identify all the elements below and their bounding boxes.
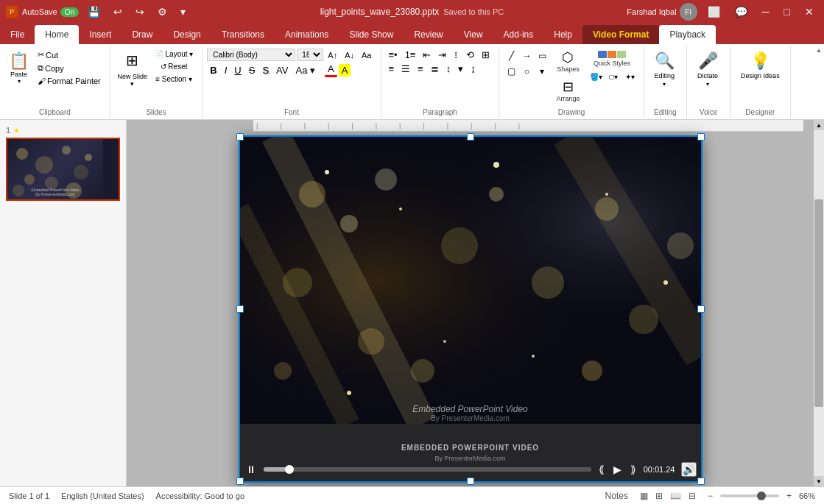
text-direction-button[interactable]: ⟲ bbox=[463, 49, 477, 61]
volume-button[interactable]: 🔊 bbox=[681, 462, 697, 477]
italic-button[interactable]: I bbox=[222, 64, 230, 77]
tab-file[interactable]: File bbox=[0, 25, 35, 44]
autosave-state[interactable]: On bbox=[60, 7, 79, 17]
redo-button[interactable]: ↪ bbox=[131, 4, 149, 19]
shape-arrow[interactable]: → bbox=[519, 49, 534, 63]
shape-effects-button[interactable]: ✦▾ bbox=[622, 72, 638, 82]
font-color-button[interactable]: A bbox=[325, 63, 337, 77]
dictate-button[interactable]: 🎤 Dictate ▾ bbox=[691, 49, 724, 90]
tab-design[interactable]: Design bbox=[163, 25, 211, 44]
bullets-button[interactable]: ≡• bbox=[386, 49, 401, 61]
line-spacing-button[interactable]: ↕ bbox=[443, 63, 454, 75]
format-painter-button[interactable]: 🖌 Format Painter bbox=[35, 75, 104, 87]
align-left-button[interactable]: ≡ bbox=[386, 63, 398, 75]
normal-view-button[interactable]: ▦ bbox=[637, 489, 651, 503]
scroll-down-button[interactable]: ▼ bbox=[814, 476, 824, 486]
shape-fill-button[interactable]: 🪣▾ bbox=[587, 72, 605, 82]
progress-thumb[interactable] bbox=[285, 465, 294, 474]
copy-button[interactable]: ⧉ Copy bbox=[35, 62, 104, 74]
character-spacing-button[interactable]: AV bbox=[273, 64, 291, 77]
bold-button[interactable]: B bbox=[207, 64, 219, 77]
arrange-button[interactable]: ⊟ Arrange bbox=[552, 78, 583, 104]
change-case-button[interactable]: Aa ▾ bbox=[292, 64, 318, 77]
section-button[interactable]: ≡ Section ▾ bbox=[152, 74, 197, 85]
scroll-track[interactable] bbox=[814, 130, 824, 476]
collapse-ribbon-button[interactable]: ▲ bbox=[814, 46, 824, 118]
paste-button[interactable]: 📋 Paste ▾ bbox=[4, 49, 33, 88]
presenter-view-button[interactable]: ⊟ bbox=[686, 489, 699, 503]
justify-button[interactable]: ≣ bbox=[428, 63, 442, 75]
close-button[interactable]: ✕ bbox=[800, 4, 818, 19]
new-slide-button[interactable]: ⊞ New Slide ▾ bbox=[115, 49, 150, 88]
strikethrough-button[interactable]: S bbox=[246, 64, 258, 77]
shape-rounded-rect[interactable]: ▢ bbox=[504, 64, 518, 79]
convert-smartart-button[interactable]: ⊞ bbox=[479, 49, 493, 61]
vertical-scrollbar[interactable]: ▲ ▼ bbox=[814, 120, 824, 486]
increase-font-size-button[interactable]: A↑ bbox=[325, 50, 340, 60]
shape-ellipse[interactable]: ○ bbox=[519, 64, 534, 79]
clear-format-button[interactable]: Aa bbox=[359, 50, 374, 60]
columns-button[interactable]: ⫶ bbox=[451, 49, 462, 61]
save-button[interactable]: 💾 bbox=[83, 4, 105, 19]
tab-insert[interactable]: Insert bbox=[79, 25, 122, 44]
customize-button[interactable]: ⚙ bbox=[153, 4, 172, 19]
tab-review[interactable]: Review bbox=[404, 25, 453, 44]
more-button[interactable]: ▾ bbox=[176, 4, 190, 19]
design-ideas-button[interactable]: 💡 Design Ideas bbox=[735, 49, 786, 82]
decrease-indent-button[interactable]: ⇤ bbox=[420, 49, 434, 61]
layout-button[interactable]: 📄 Layout ▾ bbox=[152, 49, 197, 60]
tab-view[interactable]: View bbox=[454, 25, 493, 44]
scroll-up-button[interactable]: ▲ bbox=[814, 120, 824, 130]
cut-button[interactable]: ✂ Cut bbox=[35, 49, 104, 61]
notes-button[interactable]: Notes bbox=[602, 489, 631, 503]
reading-view-button[interactable]: 📖 bbox=[667, 489, 684, 503]
forward-button[interactable]: ⟫ bbox=[629, 462, 638, 477]
editing-button[interactable]: 🔍 Editing ▾ bbox=[649, 49, 681, 90]
minimize-button[interactable]: ─ bbox=[758, 4, 774, 19]
zoom-thumb[interactable] bbox=[757, 491, 766, 500]
comments-header-button[interactable]: 💬 bbox=[730, 4, 752, 19]
paragraph-spacing-button[interactable]: ↨ bbox=[468, 63, 479, 75]
text-shadow-button[interactable]: S bbox=[259, 64, 272, 77]
decrease-font-size-button[interactable]: A↓ bbox=[342, 50, 357, 60]
slide-thumbnail[interactable]: Embedded PowerPoint Video By PresenterMe… bbox=[6, 138, 120, 201]
font-size-select[interactable]: 18 bbox=[297, 49, 323, 61]
zoom-slider[interactable] bbox=[720, 494, 779, 497]
shape-rect[interactable]: ▭ bbox=[535, 49, 549, 63]
increase-indent-button[interactable]: ⇥ bbox=[435, 49, 449, 61]
shapes-button[interactable]: ⬡ Shapes bbox=[553, 49, 583, 75]
zoom-in-button[interactable]: + bbox=[783, 489, 795, 503]
font-name-select[interactable]: Calibri (Body) bbox=[207, 49, 295, 61]
zoom-out-button[interactable]: − bbox=[705, 489, 716, 503]
underline-button[interactable]: U bbox=[231, 64, 244, 77]
align-right-button[interactable]: ≡ bbox=[415, 63, 426, 75]
reset-button[interactable]: ↺ Reset bbox=[152, 61, 197, 72]
tab-playback[interactable]: Playback bbox=[659, 25, 716, 44]
highlight-color-button[interactable]: A bbox=[339, 64, 351, 77]
shape-line[interactable]: ╱ bbox=[504, 49, 518, 63]
ribbon-display-button[interactable]: ⬜ bbox=[703, 4, 725, 19]
rewind-button[interactable]: ⟪ bbox=[597, 462, 606, 477]
progress-bar[interactable] bbox=[264, 467, 591, 472]
tab-help[interactable]: Help bbox=[543, 25, 582, 44]
play-button[interactable]: ▶ bbox=[612, 462, 623, 477]
tab-home[interactable]: Home bbox=[35, 25, 79, 44]
new-slide-label[interactable]: New Slide ▾ bbox=[115, 72, 150, 88]
tab-animations[interactable]: Animations bbox=[275, 25, 339, 44]
line-spacing-dropdown[interactable]: ▾ bbox=[455, 63, 466, 75]
maximize-button[interactable]: □ bbox=[780, 4, 795, 19]
undo-button[interactable]: ↩ bbox=[109, 4, 127, 19]
scroll-thumb[interactable] bbox=[814, 199, 823, 407]
pause-button[interactable]: ⏸ bbox=[244, 462, 258, 477]
tab-transitions[interactable]: Transitions bbox=[211, 25, 275, 44]
shape-more[interactable]: ▾ bbox=[535, 64, 549, 79]
numbering-button[interactable]: 1≡ bbox=[402, 49, 419, 61]
shape-outline-button[interactable]: □▾ bbox=[607, 72, 621, 82]
slide-sorter-button[interactable]: ⊞ bbox=[652, 489, 666, 503]
tab-addins[interactable]: Add-ins bbox=[493, 25, 544, 44]
quick-styles-button[interactable]: Quick Styles bbox=[590, 49, 634, 69]
autosave-toggle[interactable]: AutoSave On bbox=[22, 7, 79, 17]
tab-draw[interactable]: Draw bbox=[122, 25, 163, 44]
tab-videoformat[interactable]: Video Format bbox=[582, 25, 659, 44]
tab-slideshow[interactable]: Slide Show bbox=[339, 25, 404, 44]
